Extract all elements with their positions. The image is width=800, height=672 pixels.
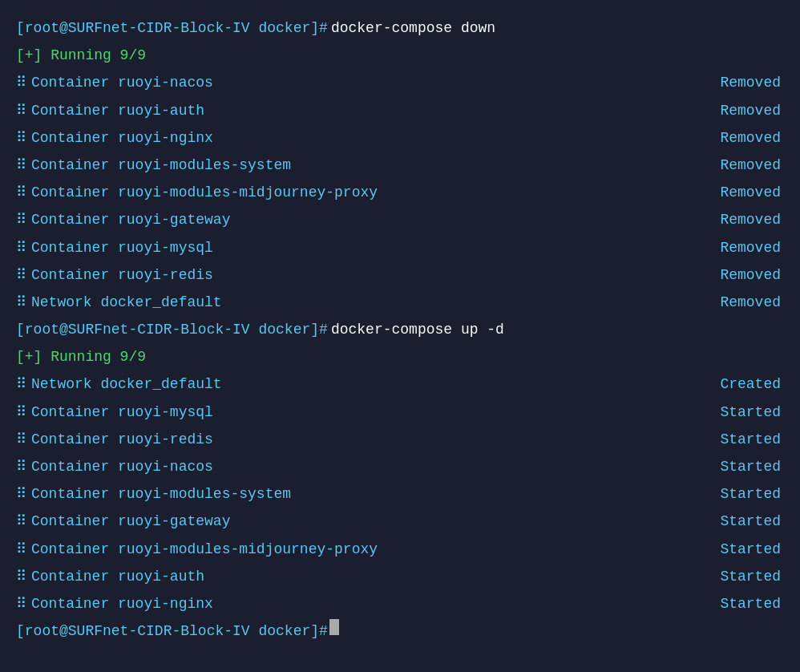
bracket-1: [+] Running 9/9: [16, 42, 146, 69]
cmd-1: docker-compose down: [331, 14, 495, 42]
up-item-label-2: ⠿Container ruoyi-redis: [16, 426, 704, 453]
down-item-status-7: Removed: [704, 261, 784, 289]
running-line-2: [+] Running 9/9: [16, 343, 784, 370]
up-item-label-5: ⠿Container ruoyi-gateway: [16, 508, 704, 535]
final-prompt-line: [root@SURFnet-CIDR-Block-IV docker]#: [16, 617, 784, 645]
down-item-status-5: Removed: [704, 206, 784, 233]
up-item-status-7: Started: [704, 563, 784, 590]
up-item-label-3: ⠿Container ruoyi-nacos: [16, 453, 704, 480]
bullet-icon: ⠿: [16, 486, 26, 502]
down-item-label-7: ⠿Container ruoyi-redis: [16, 261, 704, 289]
down-item-row: ⠿Container ruoyi-nacos Removed: [16, 69, 784, 96]
bracket-2: [+] Running 9/9: [16, 343, 146, 370]
down-item-status-6: Removed: [704, 234, 784, 261]
down-item-status-3: Removed: [704, 152, 784, 179]
down-item-row: ⠿Container ruoyi-mysql Removed: [16, 234, 784, 261]
bullet-icon: ⠿: [16, 103, 26, 119]
down-items-list: ⠿Container ruoyi-nacos Removed ⠿Containe…: [16, 69, 784, 316]
bullet-icon: ⠿: [16, 596, 26, 612]
up-item-row: ⠿Container ruoyi-modules-system Started: [16, 480, 784, 508]
bullet-icon: ⠿: [16, 376, 26, 392]
up-items-list: ⠿Network docker_default Created ⠿Contain…: [16, 370, 784, 617]
bullet-icon: ⠿: [16, 157, 26, 173]
bullet-icon: ⠿: [16, 459, 26, 475]
down-item-label-5: ⠿Container ruoyi-gateway: [16, 206, 704, 233]
up-item-status-1: Started: [704, 399, 784, 426]
up-item-status-4: Started: [704, 480, 784, 508]
down-item-label-6: ⠿Container ruoyi-mysql: [16, 234, 704, 261]
bullet-icon: ⠿: [16, 404, 26, 420]
bullet-icon: ⠿: [16, 240, 26, 256]
bullet-icon: ⠿: [16, 130, 26, 146]
up-item-status-5: Started: [704, 508, 784, 535]
up-item-row: ⠿Container ruoyi-gateway Started: [16, 508, 784, 535]
down-item-row: ⠿Container ruoyi-redis Removed: [16, 261, 784, 289]
up-item-label-8: ⠿Container ruoyi-nginx: [16, 590, 704, 617]
bullet-icon: ⠿: [16, 513, 26, 529]
down-item-row: ⠿Container ruoyi-auth Removed: [16, 97, 784, 124]
up-item-row: ⠿Container ruoyi-modules-midjourney-prox…: [16, 536, 784, 563]
bullet-icon: ⠿: [16, 431, 26, 447]
up-item-row: ⠿Container ruoyi-mysql Started: [16, 399, 784, 426]
down-item-status-0: Removed: [704, 69, 784, 96]
bullet-icon: ⠿: [16, 75, 26, 91]
up-item-status-8: Started: [704, 590, 784, 617]
terminal: [root@SURFnet-CIDR-Block-IV docker]# doc…: [13, 8, 787, 672]
up-item-label-7: ⠿Container ruoyi-auth: [16, 563, 704, 590]
down-item-row: ⠿Container ruoyi-gateway Removed: [16, 206, 784, 233]
down-item-status-4: Removed: [704, 179, 784, 206]
down-item-label-3: ⠿Container ruoyi-modules-system: [16, 152, 704, 179]
running-line-1: [+] Running 9/9: [16, 42, 784, 69]
down-item-status-8: Removed: [704, 289, 784, 316]
prompt-1: [root@SURFnet-CIDR-Block-IV docker]#: [16, 14, 328, 42]
up-item-status-2: Started: [704, 426, 784, 453]
final-prompt: [root@SURFnet-CIDR-Block-IV docker]#: [16, 617, 328, 645]
command-line-1: [root@SURFnet-CIDR-Block-IV docker]# doc…: [16, 14, 784, 42]
down-item-label-0: ⠿Container ruoyi-nacos: [16, 69, 704, 96]
bullet-icon: ⠿: [16, 184, 26, 200]
down-item-row: ⠿Container ruoyi-nginx Removed: [16, 124, 784, 152]
bullet-icon: ⠿: [16, 212, 26, 228]
down-item-label-8: ⠿Network docker_default: [16, 289, 704, 316]
up-item-label-1: ⠿Container ruoyi-mysql: [16, 399, 704, 426]
down-item-row: ⠿Network docker_default Removed: [16, 289, 784, 316]
up-item-row: ⠿Container ruoyi-auth Started: [16, 563, 784, 590]
up-item-row: ⠿Container ruoyi-redis Started: [16, 426, 784, 453]
bullet-icon: ⠿: [16, 569, 26, 585]
down-item-row: ⠿Container ruoyi-modules-midjourney-prox…: [16, 179, 784, 206]
prompt-2: [root@SURFnet-CIDR-Block-IV docker]#: [16, 316, 328, 343]
up-item-label-6: ⠿Container ruoyi-modules-midjourney-prox…: [16, 536, 704, 563]
up-item-label-0: ⠿Network docker_default: [16, 370, 704, 398]
bullet-icon: ⠿: [16, 541, 26, 557]
down-item-status-1: Removed: [704, 97, 784, 124]
up-item-row: ⠿Container ruoyi-nacos Started: [16, 453, 784, 480]
up-item-status-6: Started: [704, 536, 784, 563]
down-item-status-2: Removed: [704, 124, 784, 152]
up-item-row: ⠿Container ruoyi-nginx Started: [16, 590, 784, 617]
up-item-row: ⠿Network docker_default Created: [16, 370, 784, 398]
up-item-status-0: Created: [704, 370, 784, 398]
down-item-label-1: ⠿Container ruoyi-auth: [16, 97, 704, 124]
bullet-icon: ⠿: [16, 267, 26, 283]
cmd-2: docker-compose up -d: [331, 316, 504, 343]
down-item-row: ⠿Container ruoyi-modules-system Removed: [16, 152, 784, 179]
down-item-label-2: ⠿Container ruoyi-nginx: [16, 124, 704, 152]
command-line-2: [root@SURFnet-CIDR-Block-IV docker]# doc…: [16, 316, 784, 343]
up-item-label-4: ⠿Container ruoyi-modules-system: [16, 480, 704, 508]
up-item-status-3: Started: [704, 453, 784, 480]
down-item-label-4: ⠿Container ruoyi-modules-midjourney-prox…: [16, 179, 704, 206]
cursor: [329, 619, 339, 635]
bullet-icon: ⠿: [16, 294, 26, 310]
